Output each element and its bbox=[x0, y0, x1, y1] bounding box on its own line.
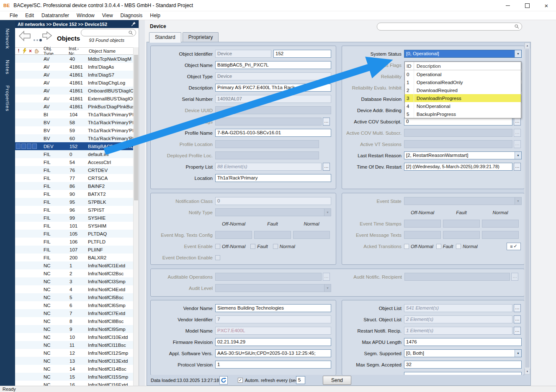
scroll-down-button[interactable]: ▼ bbox=[525, 369, 530, 374]
device-panel-scrollbar[interactable]: ▲ ▼ bbox=[524, 43, 530, 374]
menu-item[interactable]: File bbox=[6, 12, 21, 19]
object-table-row[interactable]: NC 10 Infra'NotifCl10Extd bbox=[15, 333, 133, 341]
object-table-row[interactable]: BV 60 Th1a'Rack'Primary'PI bbox=[15, 134, 133, 142]
side-tab[interactable]: Properties bbox=[5, 83, 10, 114]
object-table-row[interactable]: NC 5 Infra'NotifCl5Bsc bbox=[15, 293, 133, 301]
max-apdu-field[interactable]: 1476 bbox=[404, 338, 522, 346]
alarm-filter-icon[interactable]: ! bbox=[16, 48, 21, 54]
object-table-row[interactable]: FIL 101 SYSHIM bbox=[15, 222, 133, 230]
property-list-browse-button[interactable]: … bbox=[323, 163, 330, 171]
model-name-field[interactable]: PXC7.E400L bbox=[215, 327, 331, 335]
object-table-row[interactable]: FIL 99 SYSHIE bbox=[15, 214, 133, 222]
protocol-version-field[interactable]: 1 bbox=[215, 361, 331, 369]
property-list-field[interactable]: 88 Element(s) bbox=[215, 163, 322, 171]
segmentation-supported-combo[interactable]: [0, Both] ▼ bbox=[404, 349, 522, 357]
object-table-row[interactable]: NC 3 Infra'NotifCl3Smp bbox=[15, 277, 133, 285]
struct-object-list-field[interactable]: 2 Element(s) bbox=[404, 315, 512, 323]
object-table-row[interactable]: AV 4186113 Infra'DiagChgLog bbox=[15, 79, 133, 87]
chevron-down-icon[interactable]: ▼ bbox=[515, 350, 521, 357]
object-table-row[interactable]: BV 58 Th1a'Rack'Primary'PI bbox=[15, 118, 133, 126]
menu-item[interactable]: Diagnosis bbox=[117, 12, 147, 19]
menu-item[interactable]: View bbox=[98, 12, 117, 19]
object-table-row[interactable]: FIL 86 BAINF2 bbox=[15, 182, 133, 190]
maximize-button[interactable] bbox=[517, 0, 537, 11]
pin-icon[interactable] bbox=[131, 21, 136, 27]
restart-recipients-browse-button[interactable]: … bbox=[514, 327, 521, 335]
device-search-input[interactable] bbox=[377, 23, 522, 31]
chevron-down-icon[interactable]: ▼ bbox=[515, 152, 521, 159]
dropdown-option[interactable]: 1 OperationalReadOnly bbox=[405, 78, 521, 86]
max-segments-field[interactable]: 32 bbox=[404, 361, 522, 369]
object-table-row[interactable]: NC 7 Infra'NotifCl7Extd bbox=[15, 309, 133, 317]
objects-search-input[interactable] bbox=[81, 29, 136, 36]
object-table-row[interactable]: FIL 95 S7PBLK bbox=[15, 198, 133, 206]
object-name-field[interactable]: BättigBAC5_Pri_PXC7L bbox=[215, 61, 331, 69]
object-table-row[interactable]: AV 4186111 Infra'DiagAs bbox=[15, 63, 133, 71]
object-type-field[interactable]: Device bbox=[215, 72, 331, 80]
autorefresh-interval-field[interactable]: 5 bbox=[296, 376, 305, 384]
firmware-revision-field[interactable]: 02.21.194.29 bbox=[215, 338, 331, 346]
object-table-row[interactable]: NC 6 Infra'NotifCl6Smp bbox=[15, 301, 133, 309]
hand-filter-icon[interactable] bbox=[33, 48, 39, 54]
object-table-row[interactable]: FIL 54 AccessCtrl bbox=[15, 158, 133, 166]
vendor-identifier-field[interactable]: 7 bbox=[215, 315, 331, 323]
object-table-row[interactable]: AV 40 MdbsTcpNwk'DiagM bbox=[15, 55, 133, 63]
delete-filter-icon[interactable]: × bbox=[28, 48, 33, 54]
object-table-row[interactable]: NC 8 Infra'NotifCl8Bsc bbox=[15, 317, 133, 325]
object-table-row[interactable]: NC 14 Infra'NotifCl14Bsc bbox=[15, 365, 133, 373]
object-table-row[interactable]: NC 16 Infra'NotifCl16Extd bbox=[15, 381, 133, 386]
object-table-row[interactable]: FIL 105 PLTDAQ bbox=[15, 230, 133, 238]
description-field[interactable]: Primary AS PXC7.E400L Th1a Rack office bbox=[215, 84, 331, 92]
dropdown-option[interactable]: 2 DownloadRequired bbox=[405, 86, 521, 94]
dropdown-option[interactable]: 5 BackupInProgress bbox=[405, 110, 521, 118]
object-table-row[interactable]: NC 13 Infra'NotifCl13Extd bbox=[15, 357, 133, 365]
time-of-restart-field[interactable]: [2] ((Wednesday, 5-March-2025),09:39:21.… bbox=[404, 163, 512, 171]
side-tab[interactable]: Notes bbox=[5, 57, 10, 77]
object-list-field[interactable]: 541 Element(s) bbox=[404, 304, 512, 312]
tab-standard[interactable]: Standard bbox=[149, 32, 181, 43]
minimize-button[interactable] bbox=[498, 0, 517, 11]
last-restart-combo[interactable]: [2, RestartReasonWarmstart] ▼ bbox=[404, 151, 522, 159]
object-table-row[interactable]: FIL 107 PLIINF bbox=[15, 246, 133, 254]
scrollbar-thumb[interactable] bbox=[134, 55, 138, 200]
struct-object-list-browse-button[interactable]: … bbox=[514, 315, 521, 323]
dropdown-option[interactable]: 3 DownloadInProgress bbox=[405, 94, 521, 102]
profile-name-field[interactable]: 7-BA-G2DS1-010-SBCv16.01 bbox=[215, 129, 331, 137]
object-table-row[interactable]: DEV 152 BättigBAC5_Pri_PXC7 bbox=[15, 142, 133, 150]
software-version-field[interactable]: AAS-30:SU=SiUn;CPD=2025-03-13 12:25:45; bbox=[215, 349, 331, 357]
object-table-row[interactable]: NC 12 Infra'NotifCl12Smp bbox=[15, 349, 133, 357]
autorefresh-checkbox[interactable]: ✓ bbox=[238, 378, 243, 383]
object-identifier-type-field[interactable]: Device bbox=[215, 50, 271, 58]
menu-item[interactable]: Window bbox=[73, 12, 98, 19]
object-table-row[interactable]: FIL 96 S7PIST bbox=[15, 206, 133, 214]
object-table-row[interactable]: NC 4 Infra'NotifCl4Extd bbox=[15, 285, 133, 293]
object-table-row[interactable]: FIL 200 BALXR2 bbox=[15, 254, 133, 261]
object-table-row[interactable]: FIL 0 default.ini bbox=[15, 150, 133, 158]
back-arrow-button[interactable] bbox=[18, 31, 31, 43]
object-identifier-instance-field[interactable]: 152 bbox=[273, 50, 331, 58]
menu-item[interactable]: Datatransfer bbox=[38, 12, 73, 19]
object-table-row[interactable]: NC 1 Infra'NotifCl1Extd bbox=[15, 261, 133, 269]
object-table-row[interactable]: FIL 90 BATXT2 bbox=[15, 190, 133, 198]
object-table-row[interactable]: AV 4186115 ExternalIBUS'DiagIOE bbox=[15, 95, 133, 102]
forward-arrow-button[interactable] bbox=[42, 31, 52, 41]
menu-item[interactable]: Edit bbox=[21, 12, 38, 19]
chevron-down-icon[interactable]: ▼ bbox=[515, 50, 521, 57]
side-tab[interactable]: Network bbox=[5, 26, 10, 51]
active-cov-browse-button[interactable]: … bbox=[514, 118, 521, 126]
refresh-button[interactable] bbox=[219, 376, 228, 384]
object-table-row[interactable]: BI 104 Th1a'Rack'Primary'PI bbox=[15, 110, 133, 118]
close-button[interactable]: × bbox=[537, 0, 556, 11]
object-table-row[interactable]: BV 59 Th1a'Rack'Primary'PI bbox=[15, 126, 133, 134]
object-table-row[interactable]: NC 15 Infra'NotifCl15Smp bbox=[15, 373, 133, 381]
object-table-row[interactable]: FIL 77 CRTSCA bbox=[15, 174, 133, 182]
active-cov-field[interactable]: 0 bbox=[404, 118, 512, 126]
scrollbar-thumb[interactable] bbox=[525, 49, 530, 368]
object-table-row[interactable]: NC 11 Infra'NotifCl11Bsc bbox=[15, 341, 133, 349]
object-table-row[interactable]: AV 4186116 PInkBus'DiagPInkBus bbox=[15, 102, 133, 110]
tags-browse-button[interactable]: … bbox=[323, 118, 330, 126]
send-button[interactable]: Send bbox=[323, 376, 351, 385]
object-table-row[interactable]: NC 9 Infra'NotifCl9Smp bbox=[15, 325, 133, 333]
vendor-name-field[interactable]: Siemens Building Technologies bbox=[215, 304, 331, 312]
scroll-up-button[interactable]: ▲ bbox=[525, 43, 530, 49]
